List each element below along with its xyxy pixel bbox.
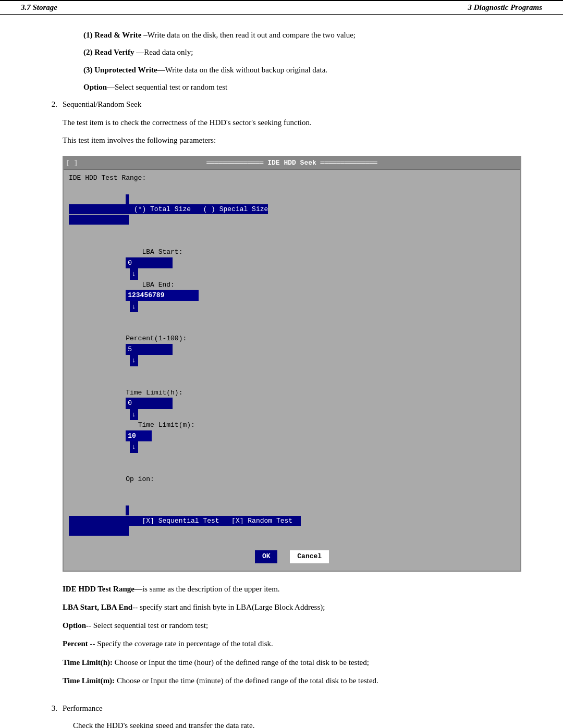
terminal-title-bar: [ ] ══════════════ IDE HDD Seek ════════… xyxy=(64,157,520,170)
lba-end-value: 123456789 xyxy=(126,290,199,301)
item3-content: Performance Check the HDD's seeking spee… xyxy=(63,702,521,728)
lba-label: LBA Start, LBA End xyxy=(63,603,132,611)
read-write-para: (1) Read & Write –Write data on the disk… xyxy=(42,29,521,41)
percent-para: Percent -- Specify the coverage rate in … xyxy=(63,638,521,650)
timelimith-text: Choose or Input the time (hour) of the d… xyxy=(113,658,369,667)
header-bar: 3.7 Storage 3 Diagnostic Programs xyxy=(0,0,563,15)
read-verify-para: (2) Read Verify —Read data only; xyxy=(42,46,521,58)
page: 3.7 Storage 3 Diagnostic Programs (1) Re… xyxy=(0,0,563,728)
timelimitm-text: Choose or Input the time (minute) of the… xyxy=(115,676,378,685)
item3-title: Performance xyxy=(63,702,521,714)
read-verify-label: (2) Read Verify xyxy=(83,48,134,56)
option-rand: [X] Random Test xyxy=(231,517,292,525)
time-h-value: 0 xyxy=(126,398,173,409)
item3-desc: Check the HDD's seeking speed and transf… xyxy=(63,720,521,728)
option-text: —Select sequential test or random test xyxy=(107,83,227,91)
lba-end-arrow: ↓ xyxy=(130,301,138,313)
main-content: (1) Read & Write –Write data on the disk… xyxy=(0,29,563,728)
timelimith-label: Time Limit(h): xyxy=(63,658,113,667)
item3-num: 3. xyxy=(42,702,63,728)
item2: 2. Sequential/Random Seek The test item … xyxy=(42,98,521,697)
cancel-button[interactable]: Cancel xyxy=(290,550,329,563)
term-ide-label: IDE HDD Test Range: xyxy=(69,174,146,182)
term-row-time: Time Limit(h): 0 ↓ Time Limit(m): 10 ↓ xyxy=(69,377,515,463)
percent-value: 5 xyxy=(126,344,173,355)
term-total-size-row: (*) Total Size ( ) Special Size xyxy=(69,194,268,225)
term-row-1: IDE HDD Test Range: xyxy=(69,173,515,183)
ide-test-text: —is same as the description of the upper… xyxy=(134,585,280,593)
lba-start-label: LBA Start: xyxy=(142,248,182,256)
time-h-label: Time Limit(h): xyxy=(126,389,182,397)
timelimitm-para: Time Limit(m): Choose or Input the time … xyxy=(63,675,521,687)
item2-num: 2. xyxy=(42,98,63,697)
percent-body-text: Specify the coverage rate in percentage … xyxy=(95,639,273,648)
option-seq: [X] Sequential Test xyxy=(142,517,219,525)
term-bullet: (*) xyxy=(134,205,146,213)
unprotected-label: (3) Unprotected Write xyxy=(83,66,157,74)
time-m-label: Time Limit(m): xyxy=(138,421,195,429)
term-row-option-checks: [X] Sequential Test [X] Random Test xyxy=(69,496,515,547)
header-right: 3 Diagnostic Programs xyxy=(468,3,542,12)
ok-button[interactable]: OK xyxy=(255,550,278,563)
header-left: 3.7 Storage xyxy=(21,3,57,12)
item2-desc1: The test item is to check the correctnes… xyxy=(63,117,521,129)
lba-para: LBA Start, LBA End-- specify start and f… xyxy=(63,601,521,613)
terminal-dialog: [ ] ══════════════ IDE HDD Seek ════════… xyxy=(63,156,521,572)
option2-para: Option-- Select sequential test or rando… xyxy=(63,620,521,632)
option-label: Option xyxy=(83,83,107,91)
terminal-body: IDE HDD Test Range: (*) Total Size ( ) S… xyxy=(64,170,520,571)
terminal-title: ══════════════ IDE HDD Seek ════════════… xyxy=(206,158,377,168)
lba-end-label: LBA End: xyxy=(142,281,174,289)
read-write-label: (1) Read & Write xyxy=(83,31,142,39)
term-options-row: [X] Sequential Test [X] Random Test xyxy=(69,505,301,536)
terminal-bracket: [ ] xyxy=(66,158,78,168)
item2-desc2: This test item involves the following pa… xyxy=(63,134,521,146)
lba-start-value: 0 xyxy=(126,257,173,269)
term-buttons-row: OK Cancel xyxy=(69,550,515,565)
option-para: Option—Select sequential test or random … xyxy=(42,81,521,93)
option-term-label: Op ion: xyxy=(126,475,154,483)
read-verify-text: —Read data only; xyxy=(134,48,193,56)
lba-start-arrow: ↓ xyxy=(130,268,138,280)
item3: 3. Performance Check the HDD's seeking s… xyxy=(42,702,521,728)
lba-text: -- specify start and finish byte in LBA(… xyxy=(132,603,325,611)
percent-label: Percent(1-100): xyxy=(126,335,187,342)
item2-content: Sequential/Random Seek The test item is … xyxy=(63,98,521,697)
option2-text: - Select sequential test or random test; xyxy=(89,621,208,630)
timelimitm-label: Time Limit(m): xyxy=(63,676,115,685)
read-write-text: –Write data on the disk, then read it ou… xyxy=(142,31,356,39)
term-row-percent: Percent(1-100): 5 ↓ xyxy=(69,324,515,377)
timelimith-para: Time Limit(h): Choose or Input the time … xyxy=(63,657,521,669)
term-total-label: Total Size xyxy=(146,205,191,213)
ide-test-label: IDE HDD Test Range xyxy=(63,585,134,593)
item2-title: Sequential/Random Seek xyxy=(63,98,521,110)
ide-test-range-para: IDE HDD Test Range—is same as the descri… xyxy=(63,583,521,595)
term-special-label: ( ) Special Size xyxy=(203,205,268,213)
time-m-arrow: ↓ xyxy=(130,441,138,453)
time-m-value: 10 xyxy=(126,430,152,442)
option2-label: Option- xyxy=(63,621,89,630)
unprotected-para: (3) Unprotected Write—Write data on the … xyxy=(42,64,521,76)
percent-arrow: ↓ xyxy=(130,355,138,366)
term-row-lba: LBA Start: 0 ↓ LBA End: 123456789 ↓ xyxy=(69,237,515,323)
time-h-arrow: ↓ xyxy=(130,409,138,421)
unprotected-text: —Write data on the disk without backup o… xyxy=(157,66,327,74)
percent-body-label: Percent -- xyxy=(63,639,95,648)
term-row-2: (*) Total Size ( ) Special Size xyxy=(69,184,515,235)
term-row-option-label: Op ion: xyxy=(69,464,515,495)
